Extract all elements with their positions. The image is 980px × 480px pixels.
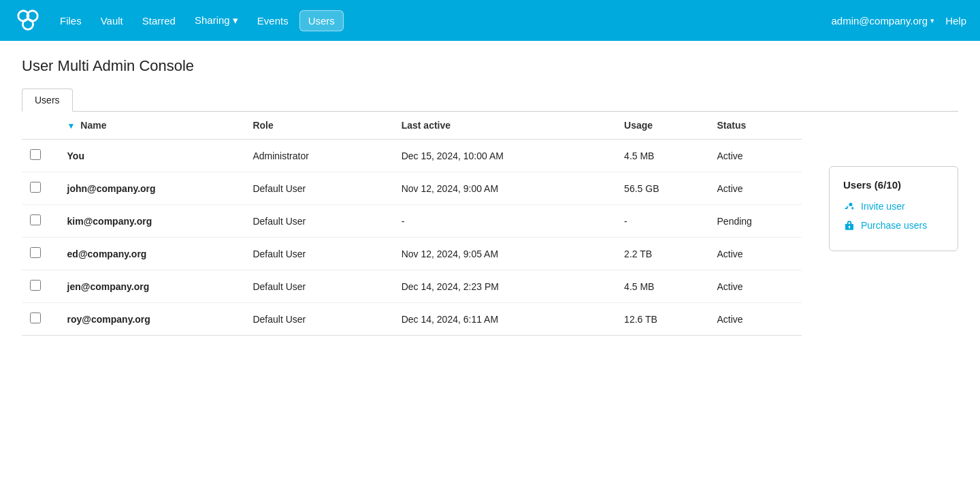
table-area: ▼ Name Role Last active Usage Status You…	[22, 112, 802, 336]
tab-users[interactable]: Users	[22, 89, 73, 112]
row-role: Default User	[244, 303, 393, 336]
row-checkbox-cell	[22, 205, 59, 238]
row-name: kim@company.org	[59, 205, 245, 238]
help-link[interactable]: Help	[945, 15, 966, 27]
purchase-users-label: Purchase users	[861, 220, 927, 231]
row-role: Default User	[244, 270, 393, 303]
row-last-active: Nov 12, 2024, 9:00 AM	[393, 172, 616, 205]
row-name: john@company.org	[59, 172, 245, 205]
row-last-active: Dec 15, 2024, 10:00 AM	[393, 140, 616, 172]
row-name: jen@company.org	[59, 270, 245, 303]
row-checkbox[interactable]	[30, 280, 41, 291]
sort-icon: ▼	[67, 121, 76, 131]
row-name: roy@company.org	[59, 303, 245, 336]
nav-events[interactable]: Events	[249, 11, 297, 31]
svg-point-2	[22, 19, 33, 29]
row-status: Active	[709, 270, 802, 303]
row-checkbox[interactable]	[30, 182, 41, 193]
col-header-role: Role	[244, 112, 393, 140]
row-checkbox[interactable]	[30, 313, 41, 323]
row-role: Administrator	[244, 140, 393, 172]
tabs: Users	[22, 89, 958, 112]
row-last-active: -	[393, 205, 616, 238]
invite-user-action[interactable]: Invite user	[843, 200, 944, 212]
row-usage: 4.5 MB	[616, 270, 708, 303]
table-row: ed@company.org Default User Nov 12, 2024…	[22, 238, 802, 270]
table-row: john@company.org Default User Nov 12, 20…	[22, 172, 802, 205]
row-status: Pending	[709, 205, 802, 238]
purchase-users-icon	[843, 219, 855, 231]
row-status: Active	[709, 140, 802, 172]
nav-files[interactable]: Files	[52, 11, 90, 31]
col-header-status: Status	[709, 112, 802, 140]
invite-user-label: Invite user	[861, 201, 905, 212]
row-checkbox-cell	[22, 303, 59, 336]
topnav-right: admin@company.org ▾ Help	[831, 15, 966, 27]
user-menu[interactable]: admin@company.org ▾	[831, 15, 934, 27]
row-role: Default User	[244, 205, 393, 238]
col-header-last-active: Last active	[393, 112, 616, 140]
user-email: admin@company.org	[831, 15, 928, 27]
row-usage: 4.5 MB	[616, 140, 708, 172]
nav-sharing[interactable]: Sharing ▾	[186, 10, 246, 31]
table-row: kim@company.org Default User - - Pending	[22, 205, 802, 238]
row-role: Default User	[244, 172, 393, 205]
row-last-active: Dec 14, 2024, 2:23 PM	[393, 270, 616, 303]
row-name: You	[59, 140, 245, 172]
row-checkbox[interactable]	[30, 247, 41, 258]
page-title: User Multi Admin Console	[22, 57, 958, 75]
logo[interactable]	[14, 6, 42, 35]
col-header-usage: Usage	[616, 112, 708, 140]
col-header-name[interactable]: ▼ Name	[59, 112, 245, 140]
topnav: Files Vault Starred Sharing ▾ Events Use…	[0, 0, 980, 41]
layout: ▼ Name Role Last active Usage Status You…	[22, 112, 958, 336]
row-checkbox[interactable]	[30, 214, 41, 225]
row-status: Active	[709, 172, 802, 205]
row-checkbox-cell	[22, 270, 59, 303]
row-last-active: Dec 14, 2024, 6:11 AM	[393, 303, 616, 336]
nav-starred[interactable]: Starred	[134, 11, 184, 31]
row-checkbox[interactable]	[30, 149, 41, 160]
row-name: ed@company.org	[59, 238, 245, 270]
sidebar-panel-title: Users (6/10)	[843, 179, 944, 191]
row-checkbox-cell	[22, 140, 59, 172]
table-row: jen@company.org Default User Dec 14, 202…	[22, 270, 802, 303]
row-role: Default User	[244, 238, 393, 270]
col-header-check	[22, 112, 59, 140]
invite-user-icon	[843, 200, 855, 212]
sidebar-panel: Users (6/10) Invite user Purchase users	[829, 166, 958, 251]
table-row: You Administrator Dec 15, 2024, 10:00 AM…	[22, 140, 802, 172]
row-checkbox-cell	[22, 238, 59, 270]
row-status: Active	[709, 303, 802, 336]
row-status: Active	[709, 238, 802, 270]
nav-vault[interactable]: Vault	[93, 11, 131, 31]
row-usage: 2.2 TB	[616, 238, 708, 270]
purchase-users-action[interactable]: Purchase users	[843, 219, 944, 231]
row-usage: -	[616, 205, 708, 238]
row-checkbox-cell	[22, 172, 59, 205]
row-usage: 12.6 TB	[616, 303, 708, 336]
row-last-active: Nov 12, 2024, 9:05 AM	[393, 238, 616, 270]
row-usage: 56.5 GB	[616, 172, 708, 205]
nav-users[interactable]: Users	[299, 10, 344, 31]
users-table: ▼ Name Role Last active Usage Status You…	[22, 112, 802, 336]
table-row: roy@company.org Default User Dec 14, 202…	[22, 303, 802, 336]
user-caret-icon: ▾	[930, 16, 934, 25]
